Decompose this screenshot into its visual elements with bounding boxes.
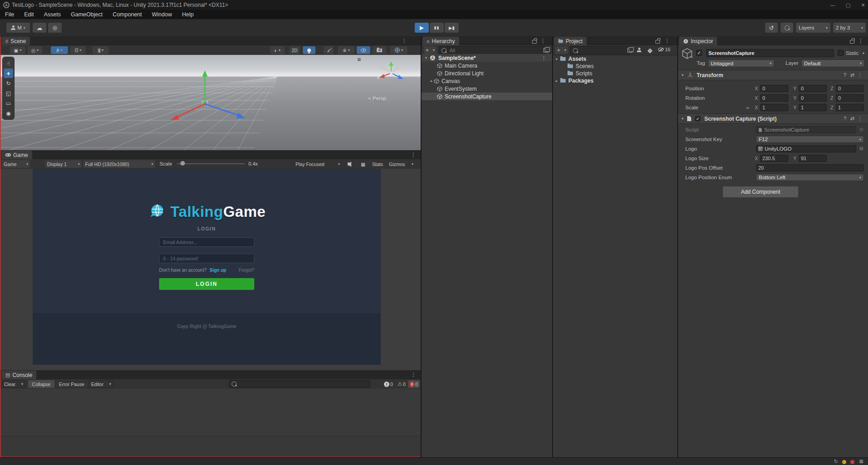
project-item-scenes[interactable]: Scenes [553, 63, 677, 70]
collapse-toggle[interactable]: Collapse [28, 380, 54, 388]
scene-viewport[interactable]: x ≡ < Persp ☝ + ↻ ◱ ▭ ◉ [0, 55, 421, 150]
game-menu-kebab-icon[interactable]: ⋮ [411, 152, 416, 158]
play-button[interactable]: ▶ [415, 23, 429, 33]
label-filter-icon[interactable] [648, 48, 652, 54]
hierarchy-lock-icon[interactable] [532, 39, 537, 45]
scale-z-field[interactable] [836, 104, 864, 111]
tab-project[interactable]: Project [554, 37, 587, 45]
scale-tool-button[interactable]: ◱ [4, 88, 13, 98]
editor-dropdown[interactable]: Editor▾ [89, 380, 113, 388]
scene-row-kebab-icon[interactable]: ⋮ [541, 55, 547, 61]
pause-button[interactable]: ▮▮ [430, 23, 444, 33]
object-picker-icon[interactable]: ⊙ [859, 127, 863, 132]
logo-size-y-field[interactable] [799, 155, 827, 162]
scene-lighting-toggle[interactable] [303, 46, 315, 54]
create-asset-button[interactable]: +▾ [555, 46, 568, 54]
tab-console[interactable]: ▤ Console [1, 371, 36, 379]
project-menu-kebab-icon[interactable]: ⋮ [664, 38, 670, 44]
project-lock-icon[interactable] [655, 39, 660, 45]
grid-snapping-toggle[interactable]: #▾ [51, 46, 68, 54]
search-everywhere-button[interactable] [781, 23, 793, 33]
rotate-tool-button[interactable]: ↻ [4, 78, 13, 88]
presets-icon[interactable]: ⇄ [850, 72, 854, 78]
rotation-y-field[interactable] [799, 94, 827, 102]
signup-link[interactable]: Sign up [210, 268, 227, 273]
hierarchy-item-directional-light[interactable]: Directional Light [422, 69, 552, 77]
password-field[interactable] [159, 254, 254, 263]
screenshot-capture-header[interactable]: ▾ ✓ Screenshot Capture (Script) ? ⇄ ⋮ [678, 113, 868, 124]
status-grid-icon[interactable]: ▦ [859, 459, 863, 464]
logo-object-field[interactable]: UnityLOGO [756, 145, 856, 152]
position-y-field[interactable] [799, 85, 827, 92]
collab-filter-icon[interactable] [637, 47, 641, 54]
status-refresh-icon[interactable]: ↻ [834, 459, 838, 465]
overlay-menu-icon[interactable]: ≡ [357, 56, 361, 63]
component-enabled-checkbox[interactable]: ✓ [695, 116, 701, 122]
component-kebab-icon[interactable]: ⋮ [858, 116, 863, 122]
static-checkbox[interactable] [838, 50, 844, 56]
console-search-field[interactable] [229, 380, 370, 388]
maximize-windows-icon[interactable] [543, 48, 548, 54]
scene-visibility-toggle[interactable] [357, 46, 370, 54]
shading-mode-dropdown[interactable]: ◐▾ [270, 46, 285, 54]
email-field[interactable] [159, 237, 254, 247]
console-menu-kebab-icon[interactable]: ⋮ [411, 372, 416, 378]
foldout-open-icon[interactable]: ▾ [682, 73, 684, 77]
hidden-items-counter[interactable]: 16 [658, 47, 670, 52]
play-focused-dropdown[interactable]: Play Focused▾ [294, 160, 342, 168]
hierarchy-item-eventsystem[interactable]: EventSystem [422, 85, 552, 93]
console-log-list[interactable] [0, 389, 421, 436]
script-object-field[interactable]: ScreenshotCapture [756, 126, 856, 133]
foldout-open-icon[interactable]: ▾ [556, 57, 558, 61]
help-icon[interactable]: ? [844, 72, 846, 78]
tab-scene[interactable]: # Scene [1, 37, 30, 45]
help-icon[interactable]: ? [844, 116, 846, 121]
step-button[interactable]: ▶▮ [445, 23, 459, 33]
pivot-rotation-dropdown[interactable]: ◎▾ [28, 46, 42, 54]
hierarchy-item-main-camera[interactable]: Main Camera [422, 62, 552, 69]
view-tool-button[interactable]: ☝ [4, 59, 13, 68]
forgot-link[interactable]: Forgot? [239, 268, 254, 273]
hierarchy-search-input[interactable] [449, 47, 543, 54]
account-button[interactable]: M ▾ [6, 23, 30, 33]
object-picker-icon[interactable]: ⊙ [859, 146, 863, 152]
menu-window[interactable]: Window [147, 11, 177, 18]
resolution-dropdown[interactable]: Full HD (1920x1080)▾ [83, 160, 155, 168]
gameobject-enabled-checkbox[interactable]: ✓ [696, 50, 702, 56]
transform-header[interactable]: ▾ Transform ? ⇄ ⋮ [678, 70, 868, 80]
inspector-menu-kebab-icon[interactable]: ⋮ [858, 38, 863, 44]
tab-game[interactable]: Game [1, 151, 32, 159]
warning-messages-toggle[interactable]: ⚠ 0 [395, 380, 408, 388]
error-messages-toggle[interactable]: ! 0 [408, 380, 420, 388]
layout-dropdown[interactable]: 2 by 3 ▾ [833, 23, 866, 33]
project-item-scripts[interactable]: Scripts [553, 70, 677, 77]
foldout-open-icon[interactable]: ▾ [682, 117, 684, 121]
project-item-assets[interactable]: ▾ Assets [553, 55, 677, 63]
scene-menu-kebab-icon[interactable]: ⋮ [402, 38, 407, 44]
transform-tool-button[interactable]: ◉ [4, 108, 13, 118]
foldout-closed-icon[interactable]: ▸ [556, 79, 558, 83]
minimize-button[interactable]: — [826, 0, 839, 10]
move-tool-button[interactable]: + [4, 69, 13, 78]
tab-inspector[interactable]: i Inspector [679, 37, 717, 45]
position-z-field[interactable] [836, 85, 864, 92]
menu-help[interactable]: Help [177, 11, 199, 18]
status-error-icon[interactable] [850, 460, 854, 464]
menu-file[interactable]: File [0, 11, 19, 18]
mute-audio-toggle[interactable] [344, 160, 355, 168]
tool-settings-dropdown[interactable]: ▣▾ [10, 46, 25, 54]
rotation-z-field[interactable] [836, 94, 864, 102]
increment-snap-dropdown[interactable]: ||||▾ [92, 46, 109, 54]
info-messages-toggle[interactable]: ! 0 [382, 380, 395, 388]
tab-hierarchy[interactable]: ≡ Hierarchy [422, 37, 459, 45]
layers-dropdown[interactable]: Layers ▾ [796, 23, 830, 33]
maximize-button[interactable]: ▢ [841, 0, 855, 10]
add-component-button[interactable]: Add Component [723, 186, 799, 198]
foldout-closed-icon[interactable]: ▸ [431, 79, 432, 83]
status-warning-icon[interactable] [842, 460, 846, 464]
static-dropdown-icon[interactable]: ▾ [863, 51, 864, 55]
clear-button[interactable]: Clear▾ [2, 380, 25, 388]
hierarchy-search-field[interactable] [439, 46, 546, 54]
presets-icon[interactable]: ⇄ [850, 116, 854, 122]
tag-dropdown[interactable]: Untagged▾ [708, 59, 774, 67]
